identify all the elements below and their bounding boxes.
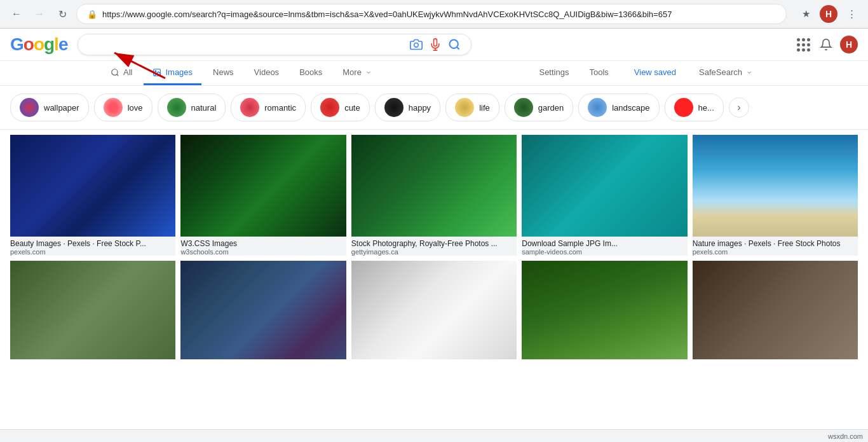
- chips-row: wallpaperlovenaturalromanticcutehappylif…: [0, 86, 868, 130]
- browser-chrome: ← → ↻ 🔒 ★ H ⋮: [0, 0, 868, 29]
- browser-actions: ★ H ⋮: [797, 5, 860, 23]
- address-bar[interactable]: 🔒: [76, 4, 787, 24]
- reload-button[interactable]: ↻: [53, 5, 71, 23]
- images-container: Beauty Images · Pexels · Free Stock P...…: [0, 130, 868, 369]
- svg-point-7: [112, 69, 118, 74]
- chip-wallpaper[interactable]: wallpaper: [10, 93, 89, 121]
- chip-love[interactable]: love: [94, 93, 153, 121]
- chip-natural[interactable]: natural: [158, 93, 226, 121]
- chips-next-button[interactable]: ›: [729, 97, 749, 118]
- search-button[interactable]: [448, 38, 461, 51]
- tab-tools[interactable]: Tools: [580, 61, 617, 85]
- url-input[interactable]: [102, 10, 776, 19]
- forward-button[interactable]: →: [31, 5, 48, 23]
- image-card-img6[interactable]: [10, 261, 175, 359]
- tab-images[interactable]: Images: [144, 61, 201, 85]
- browser-nav: ← → ↻ 🔒 ★ H ⋮: [0, 0, 868, 28]
- nav-tabs: All Images News Videos Books More Settin…: [0, 61, 868, 86]
- tab-more[interactable]: More: [334, 61, 381, 85]
- search-box[interactable]: image: [78, 34, 471, 55]
- chip-life[interactable]: life: [445, 93, 499, 121]
- lock-icon: 🔒: [87, 10, 97, 19]
- google-logo[interactable]: Google: [10, 34, 67, 55]
- image-card-img10[interactable]: [693, 261, 858, 359]
- menu-button[interactable]: ⋮: [843, 5, 860, 23]
- image-card-img3[interactable]: Stock Photography, Royalty-Free Photos .…: [351, 135, 517, 256]
- star-button[interactable]: ★: [797, 5, 815, 23]
- grid-icon: [797, 38, 810, 52]
- nav-right-tabs: Settings Tools View saved SafeSearch: [530, 61, 766, 85]
- safe-search-link[interactable]: SafeSearch: [690, 61, 761, 85]
- notifications-button[interactable]: [817, 36, 835, 53]
- tab-books[interactable]: Books: [290, 61, 331, 85]
- svg-point-3: [450, 40, 458, 48]
- search-icons: [410, 38, 461, 51]
- svg-line-4: [457, 47, 459, 50]
- chip-garden[interactable]: garden: [505, 93, 573, 121]
- image-card-img4[interactable]: Download Sample JPG Im...sample-videos.c…: [522, 135, 687, 256]
- svg-line-8: [117, 74, 119, 76]
- header-right: H: [794, 36, 858, 53]
- tab-all[interactable]: All: [102, 61, 141, 85]
- images-row-1: Beauty Images · Pexels · Free Stock P...…: [10, 135, 858, 256]
- image-card-img1[interactable]: Beauty Images · Pexels · Free Stock P...…: [10, 135, 175, 256]
- image-card-img9[interactable]: [522, 261, 687, 359]
- apps-button[interactable]: [794, 36, 812, 53]
- svg-point-10: [156, 71, 157, 72]
- tab-settings[interactable]: Settings: [530, 61, 578, 85]
- search-input[interactable]: image: [88, 39, 402, 50]
- back-button[interactable]: ←: [8, 5, 25, 23]
- google-header: Google image: [0, 29, 868, 61]
- chip-happy[interactable]: happy: [375, 93, 440, 121]
- voice-search-button[interactable]: [429, 38, 442, 51]
- chip-romantic[interactable]: romantic: [231, 93, 306, 121]
- status-text: wsxdn.com: [828, 432, 863, 436]
- image-card-img8[interactable]: [351, 261, 517, 359]
- svg-point-0: [414, 43, 419, 48]
- image-card-img2[interactable]: W3.CSS Imagesw3schools.com: [180, 135, 346, 256]
- chip-cute[interactable]: cute: [311, 93, 370, 121]
- camera-search-button[interactable]: [410, 38, 423, 51]
- image-card-img7[interactable]: [180, 261, 346, 359]
- image-card-img5[interactable]: Nature images · Pexels · Free Stock Phot…: [693, 135, 858, 256]
- chip-heart[interactable]: he...: [665, 93, 724, 121]
- tab-videos[interactable]: Videos: [245, 61, 288, 85]
- view-saved-link[interactable]: View saved: [625, 61, 685, 85]
- user-avatar[interactable]: H: [840, 36, 858, 53]
- status-bar: wsxdn.com: [0, 429, 868, 436]
- images-row-2: [10, 261, 858, 359]
- chip-landscape[interactable]: landscape: [578, 93, 659, 121]
- profile-avatar[interactable]: H: [820, 5, 837, 23]
- tab-news[interactable]: News: [204, 61, 243, 85]
